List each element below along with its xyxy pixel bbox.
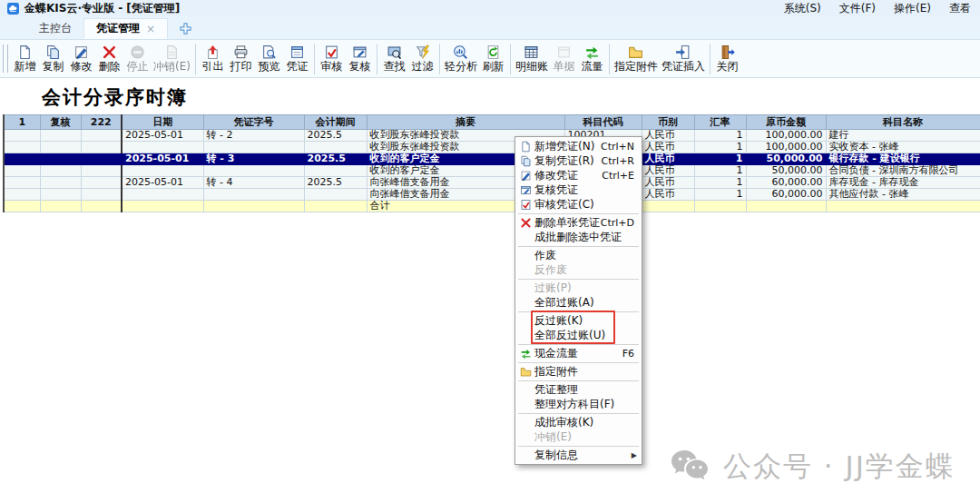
toolbar-button-find[interactable]: 查找 xyxy=(380,44,408,74)
table-cell[interactable] xyxy=(642,201,694,212)
table-cell[interactable]: 1 xyxy=(694,165,746,177)
table-cell[interactable] xyxy=(40,165,81,177)
toolbar-button-print[interactable]: 打印 xyxy=(227,44,255,74)
context-menu-item[interactable]: 复核凭证 xyxy=(515,182,642,197)
context-menu-item[interactable]: 整理对方科目(F) xyxy=(515,397,642,411)
menu-operate[interactable]: 操作(E) xyxy=(894,1,931,16)
table-cell[interactable]: 人民币 xyxy=(642,165,694,177)
toolbar-button-door[interactable]: 关闭 xyxy=(713,44,741,74)
table-cell[interactable]: 1 xyxy=(694,142,746,153)
table-cell[interactable]: 实收资本 - 张峰 xyxy=(826,142,980,153)
toolbar-button-filter[interactable]: 过滤 xyxy=(408,44,436,74)
table-cell[interactable]: 50,000.00 xyxy=(746,153,826,165)
table-cell[interactable] xyxy=(122,142,203,153)
table-cell[interactable]: 2025.5 xyxy=(304,153,367,165)
table-cell[interactable]: 转 - 2 xyxy=(203,130,304,142)
table-cell[interactable] xyxy=(40,130,81,142)
table-cell[interactable]: 2025-05-01 xyxy=(122,177,203,189)
context-menu-item[interactable]: 现金流量F6 xyxy=(515,346,642,360)
context-menu-item[interactable]: 成批审核(K) xyxy=(515,415,642,429)
context-menu-item[interactable]: 删除单张凭证Ctrl+D xyxy=(515,215,642,230)
tab-console[interactable]: 主控台 xyxy=(27,18,83,39)
table-cell[interactable] xyxy=(4,201,40,212)
table-cell[interactable] xyxy=(203,142,304,153)
context-menu-item[interactable]: 新增凭证(N)Ctrl+N xyxy=(515,139,642,153)
toolbar-button-folder[interactable]: 指定附件 xyxy=(612,44,660,74)
table-cell[interactable]: 100,000.00 xyxy=(746,130,826,142)
table-cell[interactable] xyxy=(40,201,81,212)
table-cell[interactable] xyxy=(4,189,40,201)
toolbar-button-review[interactable]: 复核 xyxy=(346,44,374,74)
table-cell[interactable] xyxy=(4,165,40,177)
table-cell[interactable]: 其他应付款 - 张峰 xyxy=(826,189,980,201)
table-cell[interactable] xyxy=(122,201,203,212)
table-cell[interactable] xyxy=(304,142,367,153)
table-cell[interactable] xyxy=(122,189,203,201)
menu-view[interactable]: 查看 xyxy=(949,1,971,16)
table-cell[interactable] xyxy=(203,165,304,177)
table-cell[interactable]: 2025-05-01 xyxy=(122,130,203,142)
menu-system[interactable]: 系统(S) xyxy=(784,1,821,16)
table-cell[interactable] xyxy=(304,189,367,201)
toolbar-button-copy[interactable]: 复制 xyxy=(39,44,67,74)
context-menu-item[interactable]: 复制信息▶ xyxy=(515,448,642,462)
table-cell[interactable] xyxy=(81,130,122,142)
table-cell[interactable]: 100,000.00 xyxy=(746,142,826,153)
table-cell[interactable]: 2025-05-01 xyxy=(122,153,203,165)
table-row[interactable]: 2025-05-01转 - 22025.5收到股东张峰投资款100201人民币1… xyxy=(4,130,980,142)
table-cell[interactable]: 60,000.00 xyxy=(746,177,826,189)
table-cell[interactable] xyxy=(81,177,122,189)
table-cell[interactable] xyxy=(203,189,304,201)
table-cell[interactable] xyxy=(304,165,367,177)
table-cell[interactable]: 人民币 xyxy=(642,130,694,142)
table-cell[interactable] xyxy=(304,201,367,212)
table-cell[interactable]: 人民币 xyxy=(642,189,694,201)
table-cell[interactable] xyxy=(81,165,122,177)
table-cell[interactable] xyxy=(826,201,980,212)
table-cell[interactable] xyxy=(4,130,40,142)
context-menu-item[interactable]: 修改凭证Ctrl+E xyxy=(515,168,642,182)
context-menu-item[interactable]: 全部过账(A) xyxy=(515,295,642,310)
context-menu-item[interactable]: 作废 xyxy=(515,248,642,262)
table-cell[interactable] xyxy=(81,142,122,153)
context-menu-item[interactable]: 反过账(K) xyxy=(515,313,642,328)
table-cell[interactable]: 1 xyxy=(694,177,746,189)
context-menu-item[interactable]: 凭证整理 xyxy=(515,382,642,397)
context-menu-item[interactable]: 复制凭证(R)Ctrl+R xyxy=(515,153,642,168)
table-row[interactable]: 合计 xyxy=(4,201,980,212)
table-cell[interactable] xyxy=(81,153,122,165)
table-cell[interactable] xyxy=(81,189,122,201)
toolbar-button-xmark[interactable]: 删除 xyxy=(95,44,123,74)
table-cell[interactable]: 50,000.00 xyxy=(746,165,826,177)
table-row[interactable]: 收到股东张峰投资款4001.04人民币1100,000.00实收资本 - 张峰 xyxy=(4,142,980,153)
tab-voucher-management[interactable]: 凭证管理 × xyxy=(83,18,168,39)
toolbar-button-flow[interactable]: 流量 xyxy=(578,44,606,74)
table-cell[interactable] xyxy=(122,165,203,177)
tab-close-icon[interactable]: × xyxy=(146,23,155,35)
context-menu-item[interactable]: 成批删除选中凭证 xyxy=(515,230,642,244)
table-row[interactable]: 2025-05-01转 - 42025.5向张峰借支备用金人民币160,000.… xyxy=(4,177,980,189)
toolbar-button-voucher[interactable]: 凭证 xyxy=(283,44,311,74)
table-cell[interactable]: 2025.5 xyxy=(304,177,367,189)
menu-file[interactable]: 文件(F) xyxy=(839,1,876,16)
toolbar-button-refresh[interactable]: 刷新 xyxy=(479,44,507,74)
table-cell[interactable] xyxy=(4,142,40,153)
context-menu-item[interactable]: 审核凭证(C) xyxy=(515,197,642,212)
table-cell[interactable] xyxy=(746,201,826,212)
toolbar-button-analyze[interactable]: 轻分析 xyxy=(443,44,479,74)
table-cell[interactable]: 转 - 3 xyxy=(203,153,304,165)
table-row[interactable]: 收到的客户定金人民币150,000.00合同负债 - 深圳南方有限公司 xyxy=(4,165,980,177)
table-row-selected[interactable]: 2025-05-01转 - 32025.5收到的客户定金人民币150,000.0… xyxy=(4,153,980,165)
table-cell[interactable] xyxy=(40,189,81,201)
table-cell[interactable]: 建行 xyxy=(826,130,980,142)
table-cell[interactable]: 转 - 4 xyxy=(203,177,304,189)
table-cell[interactable] xyxy=(203,201,304,212)
table-cell[interactable] xyxy=(4,153,40,165)
toolbar-button-edit[interactable]: 修改 xyxy=(67,44,95,74)
table-cell[interactable] xyxy=(4,177,40,189)
table-cell[interactable]: 银行存款 - 建设银行 xyxy=(826,153,980,165)
toolbar-button-grid[interactable]: 明细账 xyxy=(514,44,550,74)
table-cell[interactable]: 合同负债 - 深圳南方有限公司 xyxy=(826,165,980,177)
table-cell[interactable]: 人民币 xyxy=(642,142,694,153)
table-cell[interactable]: 1 xyxy=(694,153,746,165)
